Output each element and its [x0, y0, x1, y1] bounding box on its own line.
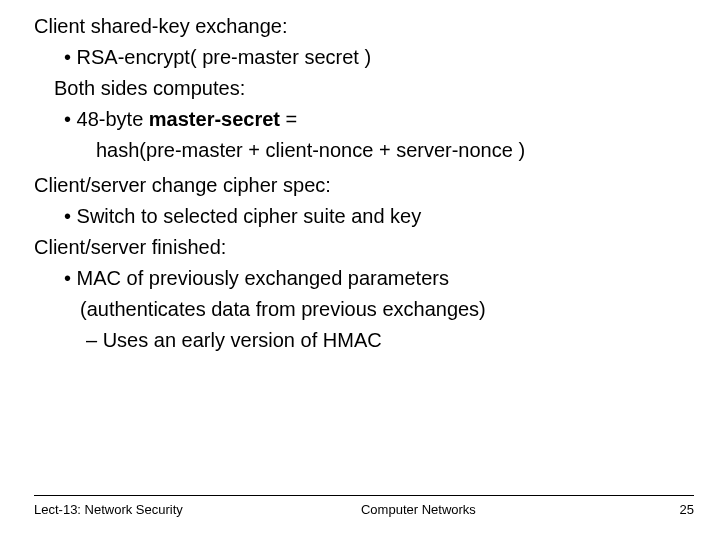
- footer-divider: [34, 495, 694, 496]
- bullet-rsa-encrypt: • RSA-encrypt( pre-master secret ): [34, 45, 694, 70]
- bullet-switch-cipher: • Switch to selected cipher suite and ke…: [34, 204, 694, 229]
- text: (authenticates data from previous exchan…: [80, 298, 486, 320]
- footer-row: Lect-13: Network Security Computer Netwo…: [34, 502, 694, 518]
- section-finished: Client/server finished:: [34, 235, 694, 260]
- subheading-both-sides: Both sides computes:: [34, 76, 694, 101]
- bullet-authenticates: (authenticates data from previous exchan…: [34, 297, 694, 322]
- text: Client/server change cipher spec:: [34, 174, 331, 196]
- text: Client shared-key exchange:: [34, 15, 287, 37]
- text-bold: master-secret: [149, 108, 280, 130]
- text: • RSA-encrypt( pre-master secret ): [64, 46, 371, 68]
- footer: Lect-13: Network Security Computer Netwo…: [34, 495, 694, 518]
- text: Client/server finished:: [34, 236, 226, 258]
- footer-page: 25: [654, 502, 694, 518]
- section-change-cipher-spec: Client/server change cipher spec:: [34, 173, 694, 198]
- footer-center: Computer Networks: [183, 502, 654, 518]
- text: hash(pre-master + client-nonce + server-…: [96, 139, 525, 161]
- bullet-hash-formula: hash(pre-master + client-nonce + server-…: [34, 138, 694, 163]
- text: Both sides computes:: [54, 77, 245, 99]
- bullet-hmac: – Uses an early version of HMAC: [34, 328, 694, 353]
- text-post: =: [280, 108, 297, 130]
- bullet-mac-params: • MAC of previously exchanged parameters: [34, 266, 694, 291]
- text: – Uses an early version of HMAC: [86, 329, 382, 351]
- text-pre: • 48-byte: [64, 108, 149, 130]
- footer-left: Lect-13: Network Security: [34, 502, 183, 518]
- text: • MAC of previously exchanged parameters: [64, 267, 449, 289]
- slide: Client shared-key exchange: • RSA-encryp…: [0, 0, 720, 540]
- section-client-shared-key: Client shared-key exchange:: [34, 14, 694, 39]
- text: • Switch to selected cipher suite and ke…: [64, 205, 421, 227]
- bullet-master-secret: • 48-byte master-secret =: [34, 107, 694, 132]
